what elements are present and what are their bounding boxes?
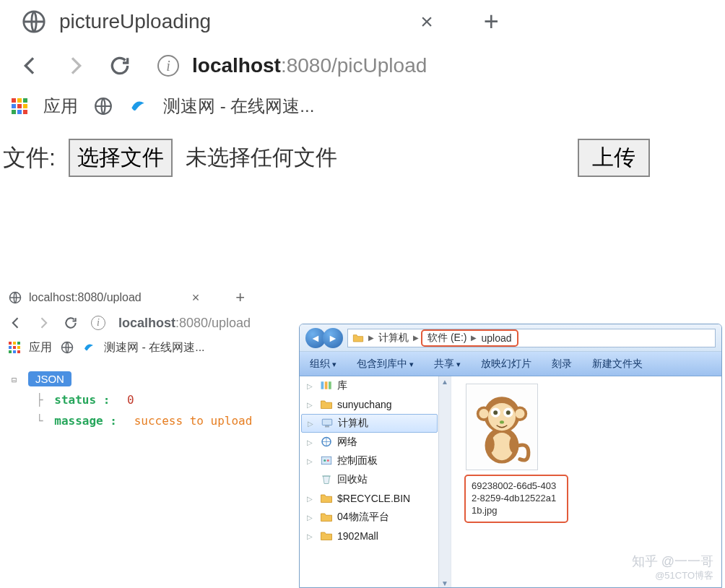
folder-icon bbox=[320, 493, 333, 504]
tree-item-control-panel[interactable]: ▷控制面板 bbox=[300, 451, 451, 470]
expand-icon[interactable]: ▷ bbox=[307, 532, 316, 540]
menu-share[interactable]: 共享 bbox=[434, 358, 461, 371]
bookmark-speedtest[interactable]: 测速网 - 在线网速... bbox=[163, 95, 314, 118]
folder-icon bbox=[352, 333, 364, 343]
json-val-message: success to upload bbox=[134, 414, 253, 428]
crumb-computer[interactable]: 计算机 bbox=[378, 332, 409, 345]
expand-icon[interactable]: ▷ bbox=[307, 382, 316, 390]
expand-icon[interactable]: ▷ bbox=[307, 438, 316, 446]
tree-item-mall[interactable]: ▷1902Mall bbox=[300, 527, 451, 545]
computer-icon bbox=[321, 418, 334, 429]
nav-bar: i localhost:8080/upload bbox=[9, 310, 298, 336]
tree-item-logistics[interactable]: ▷04物流平台 bbox=[300, 508, 451, 527]
nav-buttons: ◄ ► bbox=[305, 328, 343, 348]
url-text[interactable]: localhost:8080/upload bbox=[118, 316, 251, 331]
tree-item-library[interactable]: ▷库 bbox=[300, 376, 451, 395]
close-icon[interactable]: × bbox=[192, 290, 200, 306]
tree-label: 回收站 bbox=[337, 473, 368, 486]
tree-item-recycle-folder[interactable]: ▷$RECYCLE.BIN bbox=[300, 489, 451, 508]
new-tab-icon[interactable]: + bbox=[484, 7, 499, 37]
url-host: localhost bbox=[192, 54, 281, 77]
forward-icon[interactable] bbox=[36, 316, 51, 330]
bookmark-speedtest[interactable]: 测速网 - 在线网速... bbox=[104, 340, 205, 355]
globe-icon[interactable] bbox=[61, 341, 74, 354]
file-name[interactable]: 69238002-66d5-4032-8259-4db12522a11b.jpg bbox=[466, 476, 567, 522]
close-icon[interactable]: × bbox=[420, 9, 433, 34]
speedtest-icon[interactable] bbox=[129, 97, 147, 116]
explorer-address-bar: ◄ ► ▶ 计算机 ▶ 软件 (E:) ▶ upload bbox=[300, 324, 721, 352]
file-pane[interactable]: 69238002-66d5-4032-8259-4db12522a11b.jpg bbox=[451, 376, 721, 588]
speedtest-icon[interactable] bbox=[82, 341, 95, 354]
tab-title[interactable]: pictureUploading bbox=[59, 10, 211, 33]
upload-button[interactable]: 上传 bbox=[578, 139, 650, 177]
crumb-folder[interactable]: upload bbox=[481, 332, 511, 344]
bookmark-apps[interactable]: 应用 bbox=[43, 95, 78, 118]
json-key-status: status : bbox=[54, 393, 110, 407]
menu-add-to-library[interactable]: 包含到库中 bbox=[357, 358, 414, 371]
lower-browser-window: localhost:8080/upload × + i localhost:80… bbox=[9, 285, 298, 441]
file-label: 文件: bbox=[3, 142, 56, 174]
tree-item-computer[interactable]: ▷计算机 bbox=[301, 414, 438, 433]
choose-file-button[interactable]: 选择文件 bbox=[69, 139, 173, 177]
reload-icon[interactable] bbox=[108, 54, 131, 77]
expand-icon[interactable]: ▷ bbox=[307, 401, 316, 409]
file-thumbnail[interactable] bbox=[466, 384, 538, 470]
json-val-status: 0 bbox=[127, 393, 134, 407]
svg-point-11 bbox=[324, 459, 326, 462]
url-port: :8080 bbox=[281, 54, 331, 77]
globe-icon[interactable] bbox=[94, 97, 113, 116]
back-icon[interactable] bbox=[9, 316, 23, 330]
tree-item-recycle-bin[interactable]: 回收站 bbox=[300, 470, 451, 489]
scrollbar[interactable] bbox=[438, 376, 451, 588]
expand-icon[interactable]: ▷ bbox=[307, 514, 316, 522]
control-panel-icon bbox=[320, 455, 333, 467]
expand-icon[interactable]: ▷ bbox=[307, 457, 316, 465]
site-info-icon[interactable]: i bbox=[157, 55, 179, 77]
breadcrumb[interactable]: ▶ 计算机 ▶ 软件 (E:) ▶ upload bbox=[347, 329, 716, 347]
back-icon[interactable] bbox=[19, 54, 42, 77]
forward-icon[interactable]: ► bbox=[323, 328, 343, 348]
folder-tree[interactable]: ▷库 ▷sunyuchang ▷计算机 ▷网络 ▷控制面板 回收站 ▷$RECY… bbox=[300, 376, 451, 588]
expand-icon[interactable]: ▷ bbox=[308, 420, 316, 428]
tree-label: 04物流平台 bbox=[337, 511, 389, 524]
collapse-icon[interactable]: ⊟ bbox=[12, 375, 17, 385]
tree-item-network[interactable]: ▷网络 bbox=[300, 433, 451, 451]
forward-icon[interactable] bbox=[64, 54, 87, 77]
svg-point-12 bbox=[327, 459, 329, 462]
tab-bar: pictureUploading × + bbox=[0, 0, 725, 43]
chevron-right-icon[interactable]: ▶ bbox=[413, 334, 419, 342]
menu-burn[interactable]: 刻录 bbox=[552, 358, 572, 371]
globe-icon bbox=[22, 9, 46, 34]
json-response-view: ⊟ JSON ├ status : 0 └ massage : success … bbox=[9, 359, 298, 441]
svg-point-24 bbox=[506, 410, 511, 415]
site-info-icon[interactable]: i bbox=[91, 316, 105, 330]
svg-rect-7 bbox=[322, 419, 332, 425]
tree-item-user[interactable]: ▷sunyuchang bbox=[300, 395, 451, 414]
menu-new-folder[interactable]: 新建文件夹 bbox=[592, 358, 643, 371]
json-root[interactable]: ⊟ JSON bbox=[12, 372, 295, 386]
svg-point-22 bbox=[493, 410, 498, 415]
menu-slideshow[interactable]: 放映幻灯片 bbox=[481, 358, 531, 371]
json-row-message: └ massage : success to upload bbox=[36, 414, 295, 428]
apps-icon[interactable] bbox=[12, 98, 27, 114]
bookmark-apps[interactable]: 应用 bbox=[29, 340, 52, 355]
menu-organize[interactable]: 组织 bbox=[310, 358, 337, 371]
crumb-drive[interactable]: 软件 (E:) bbox=[427, 332, 466, 345]
chevron-right-icon[interactable]: ▶ bbox=[368, 334, 374, 342]
chevron-right-icon[interactable]: ▶ bbox=[471, 334, 477, 342]
tree-label: 库 bbox=[337, 379, 347, 392]
svg-rect-4 bbox=[321, 381, 324, 389]
address-bar[interactable]: i localhost:8080/picUpload bbox=[157, 54, 427, 77]
file-explorer-window: ◄ ► ▶ 计算机 ▶ 软件 (E:) ▶ upload 组织 包含到库中 共享… bbox=[299, 324, 722, 588]
url-port: :8080 bbox=[175, 316, 208, 330]
expand-icon[interactable]: ▷ bbox=[307, 495, 316, 503]
reload-icon[interactable] bbox=[64, 316, 78, 330]
file-status-text: 未选择任何文件 bbox=[186, 143, 337, 173]
apps-icon[interactable] bbox=[9, 342, 20, 353]
folder-icon bbox=[320, 399, 333, 410]
explorer-body: ▷库 ▷sunyuchang ▷计算机 ▷网络 ▷控制面板 回收站 ▷$RECY… bbox=[300, 376, 721, 588]
svg-point-25 bbox=[500, 420, 504, 423]
new-tab-icon[interactable]: + bbox=[235, 288, 245, 307]
tab-title[interactable]: localhost:8080/upload bbox=[29, 291, 142, 304]
json-badge: JSON bbox=[28, 371, 71, 386]
